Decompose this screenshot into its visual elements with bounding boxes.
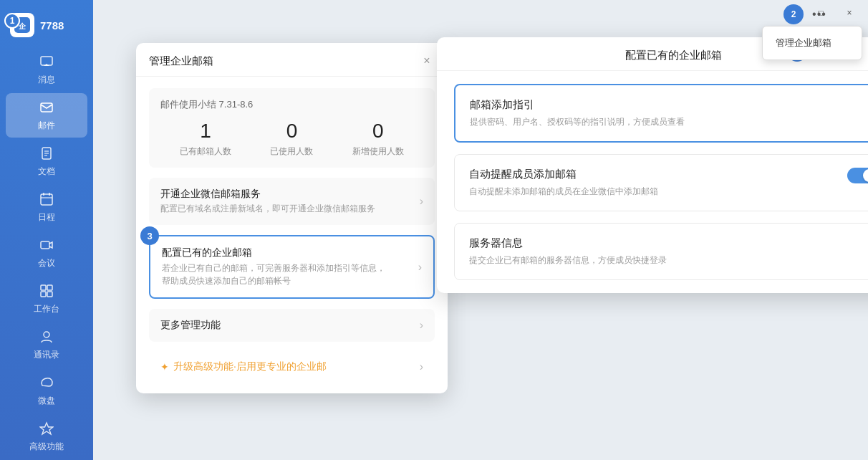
more-functions-title: 更多管理功能: [160, 319, 221, 332]
manage-dialog-close[interactable]: ×: [419, 53, 435, 69]
sidebar-label-doc: 文档: [38, 166, 55, 178]
sidebar-item-doc[interactable]: 文档: [6, 139, 87, 183]
configure-existing-item[interactable]: 配置已有的企业邮箱 若企业已有自己的邮箱，可完善服务器和添加指引等信息，帮助成员…: [149, 235, 435, 299]
step-badge-1: 1: [4, 13, 20, 29]
doc-icon: [39, 146, 54, 163]
advanced-icon: [39, 421, 54, 438]
sidebar-item-meeting[interactable]: 会议: [6, 231, 87, 275]
svg-point-17: [44, 332, 49, 337]
svg-rect-15: [41, 292, 46, 297]
svg-rect-16: [47, 292, 52, 297]
auto-remind-card[interactable]: 自动提醒成员添加邮箱 自动提醒未添加邮箱的成员在企业微信中添加邮箱: [454, 154, 868, 211]
mailbox-guide-content: 邮箱添加指引 提供密码、用户名、授权码等的指引说明，方便成员查看: [470, 98, 685, 128]
sidebar-item-workbench[interactable]: 工作台: [6, 277, 87, 321]
stats-header: 邮件使用小结 7.31-8.6: [160, 98, 423, 111]
svg-rect-8: [41, 194, 52, 205]
sidebar-label-calendar: 日程: [38, 211, 55, 224]
step-badge-2: 2: [783, 4, 804, 24]
configure-existing-wrapper: 3 配置已有的企业邮箱 若企业已有自己的邮箱，可完善服务器和添加指引等信息，帮助…: [149, 235, 435, 299]
sidebar-nav: 消息 邮件 文档 日程 会议: [0, 47, 93, 459]
open-service-item[interactable]: 开通企业微信邮箱服务 配置已有域名或注册新域名，即可开通企业微信邮箱服务 ›: [149, 178, 435, 225]
toggle-knob: [863, 169, 868, 182]
server-info-content: 服务器信息 提交企业已有邮箱的服务器信息，方便成员快捷登录: [469, 236, 667, 267]
stat-used-mailboxes: 0 已使用人数: [270, 120, 313, 158]
dropdown-item-label: 管理企业邮箱: [776, 37, 831, 49]
sidebar-item-mail[interactable]: 邮件: [6, 93, 87, 138]
disk-icon: [39, 375, 54, 392]
manage-dialog: 管理企业邮箱 × 邮件使用小结 7.31-8.6 1 已有邮箱人数 0 已使用人…: [136, 43, 448, 393]
sidebar-label-message: 消息: [38, 74, 55, 86]
stat-label-used: 已使用人数: [270, 145, 313, 158]
workbench-icon: [39, 284, 54, 300]
open-service-title: 开通企业微信邮箱服务: [160, 188, 375, 201]
upgrade-bar[interactable]: ✦ 升级高级功能·启用更专业的企业邮 ›: [149, 352, 435, 382]
configure-existing-title: 配置已有的企业邮箱: [162, 246, 391, 259]
more-button[interactable]: •••: [806, 4, 832, 24]
svg-rect-12: [41, 241, 49, 249]
sidebar-label-mail: 邮件: [38, 120, 55, 132]
auto-remind-title: 自动提醒成员添加邮箱: [469, 168, 658, 181]
server-info-card[interactable]: 服务器信息 提交企业已有邮箱的服务器信息，方便成员快捷登录 ›: [454, 223, 868, 280]
meeting-icon: [39, 238, 54, 254]
sidebar-item-disk[interactable]: 微盘: [6, 368, 87, 413]
step-badge-3: 3: [140, 226, 159, 245]
calendar-icon: [39, 192, 54, 209]
more-functions-content: 更多管理功能: [160, 319, 221, 332]
server-info-title: 服务器信息: [469, 236, 667, 250]
sidebar-item-calendar[interactable]: 日程: [6, 185, 87, 229]
configure-existing-content: 配置已有的企业邮箱 若企业已有自己的邮箱，可完善服务器和添加指引等信息，帮助成员…: [162, 246, 391, 287]
manage-dialog-header: 管理企业邮箱 ×: [136, 43, 448, 77]
chevron-right-icon-3: ›: [420, 319, 423, 332]
stat-value-total: 1: [200, 120, 211, 143]
sidebar-label-disk: 微盘: [38, 395, 55, 407]
sidebar-label-meeting: 会议: [38, 257, 55, 269]
sidebar: 企 7788 1 消息 邮件 文档: [0, 0, 93, 460]
manage-dialog-title: 管理企业邮箱: [149, 54, 213, 68]
chevron-right-icon-4: ›: [420, 360, 423, 373]
svg-rect-3: [41, 103, 52, 112]
close-button[interactable]: ×: [836, 3, 862, 23]
sidebar-label-workbench: 工作台: [34, 303, 59, 315]
app-title: 7788: [40, 19, 64, 32]
dropdown-item-manage-mail[interactable]: 管理企业邮箱: [763, 31, 862, 55]
mailbox-guide-desc: 提供密码、用户名、授权码等的指引说明，方便成员查看: [470, 116, 685, 128]
main-content: — □ × 2 ••• 管理企业邮箱 管理企业邮箱 × 邮件使用小结 7: [93, 0, 868, 460]
svg-rect-14: [47, 285, 52, 290]
stats-section: 邮件使用小结 7.31-8.6 1 已有邮箱人数 0 已使用人数 0 新增使用人…: [149, 88, 435, 168]
more-functions-item[interactable]: 更多管理功能 ›: [149, 309, 435, 342]
mailbox-guide-title: 邮箱添加指引: [470, 98, 685, 112]
manage-dialog-body: 邮件使用小结 7.31-8.6 1 已有邮箱人数 0 已使用人数 0 新增使用人…: [136, 77, 448, 393]
sidebar-label-contacts: 通讯录: [34, 349, 59, 361]
mailbox-guide-card[interactable]: 邮箱添加指引 提供密码、用户名、授权码等的指引说明，方便成员查看 ›: [454, 84, 868, 143]
stats-row: 1 已有邮箱人数 0 已使用人数 0 新增使用人数: [160, 120, 423, 158]
stat-value-used: 0: [286, 120, 298, 143]
open-service-desc: 配置已有域名或注册新域名，即可开通企业微信邮箱服务: [160, 203, 375, 215]
svg-marker-18: [40, 423, 53, 434]
sidebar-item-message[interactable]: 消息: [6, 47, 87, 92]
message-icon: [39, 54, 54, 71]
upgrade-label: 升级高级功能·启用更专业的企业邮: [173, 360, 327, 373]
contacts-icon: [39, 330, 54, 346]
stat-total-mailboxes: 1 已有邮箱人数: [180, 120, 231, 158]
stat-label-new: 新增使用人数: [352, 145, 404, 158]
chevron-right-icon-2: ›: [418, 261, 422, 274]
stat-value-new: 0: [372, 120, 384, 143]
sidebar-item-contacts[interactable]: 通讯录: [6, 322, 87, 367]
right-panel: 4 配置已有的企业邮箱 × 邮箱添加指引 提供密码、用户名、授权码等的指引说明，…: [437, 37, 868, 293]
configure-existing-desc: 若企业已有自己的邮箱，可完善服务器和添加指引等信息，帮助成员快速添加自己的邮箱帐…: [162, 262, 391, 287]
auto-remind-toggle[interactable]: [847, 168, 868, 183]
mail-icon: [39, 100, 54, 117]
chevron-right-icon: ›: [420, 195, 423, 208]
server-info-desc: 提交企业已有邮箱的服务器信息，方便成员快捷登录: [469, 254, 667, 267]
upgrade-icon: ✦: [160, 361, 169, 373]
right-panel-body: 邮箱添加指引 提供密码、用户名、授权码等的指引说明，方便成员查看 › 自动提醒成…: [437, 71, 868, 293]
auto-remind-content: 自动提醒成员添加邮箱 自动提醒未添加邮箱的成员在企业微信中添加邮箱: [469, 168, 658, 198]
stat-label-total: 已有邮箱人数: [180, 145, 231, 158]
auto-remind-desc: 自动提醒未添加邮箱的成员在企业微信中添加邮箱: [469, 186, 658, 198]
sidebar-item-advanced[interactable]: 高级功能: [6, 414, 87, 459]
sidebar-label-advanced: 高级功能: [29, 441, 64, 453]
upgrade-text: ✦ 升级高级功能·启用更专业的企业邮: [160, 360, 327, 373]
stat-new-mailboxes: 0 新增使用人数: [352, 120, 404, 158]
more-area: 2 •••: [783, 4, 832, 24]
svg-rect-13: [41, 285, 46, 290]
